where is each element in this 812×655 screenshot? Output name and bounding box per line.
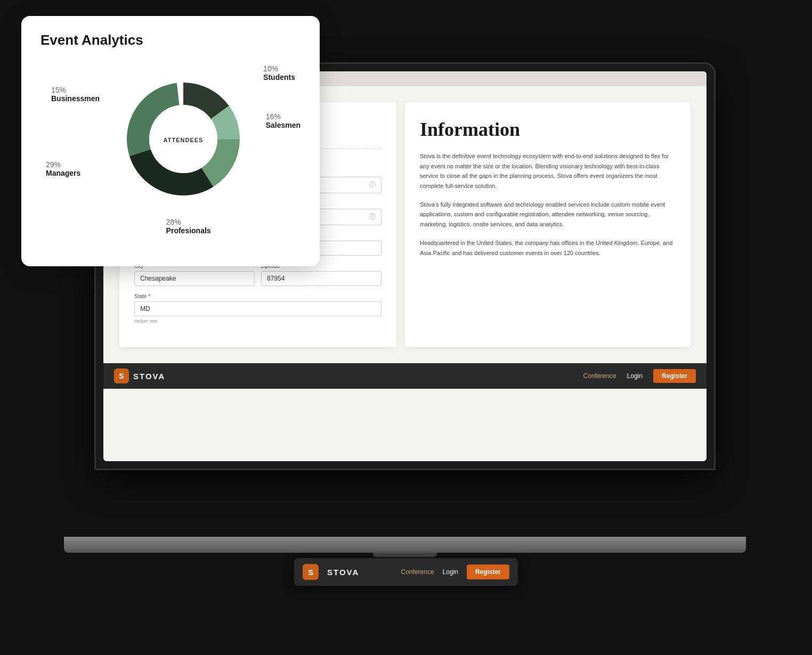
- navbar-conference-link[interactable]: Conference: [583, 372, 616, 380]
- info-paragraph-3: Headquartered in the United States, the …: [420, 238, 676, 258]
- stova-nav-logo-text: STOVA: [327, 568, 359, 577]
- info-title: Information: [420, 118, 676, 141]
- donut-chart: ATTENDEES: [119, 75, 247, 203]
- state-input[interactable]: MD: [134, 301, 381, 316]
- city-zip-row: City * Chesapeake Zipcode * 87954: [134, 263, 381, 293]
- analytics-card: Event Analytics ATTENDEES: [21, 16, 320, 266]
- navbar-login-link[interactable]: Login: [627, 372, 643, 380]
- stova-nav-login[interactable]: Login: [443, 568, 458, 576]
- screen-navbar: S STOVA Conference Login Register: [103, 363, 707, 389]
- info-paragraph-1: Stova is the definitive event technology…: [420, 151, 676, 191]
- city-group: City * Chesapeake: [134, 263, 255, 286]
- donut-center-label: ATTENDEES: [164, 137, 204, 143]
- stova-nav-logo-icon: S: [303, 564, 319, 580]
- legend-professionals: 28% Profesionals: [166, 218, 211, 235]
- laptop-base: [64, 537, 746, 553]
- name-info-icon[interactable]: ⓘ: [369, 181, 376, 190]
- analytics-title: Event Analytics: [40, 32, 301, 48]
- info-panel: Information Stova is the definitive even…: [405, 102, 691, 347]
- navbar-register-button[interactable]: Register: [653, 369, 696, 383]
- stova-nav-conference[interactable]: Conference: [401, 568, 434, 576]
- laptop-hinge: [373, 553, 437, 557]
- zipcode-group: Zipcode * 87954: [261, 263, 381, 286]
- state-group: State * MD Helper text: [134, 293, 381, 324]
- chart-area: ATTENDEES 15% Businessmen 10% Students 1…: [40, 64, 301, 245]
- legend-salesmen: 16% Salesmen: [266, 112, 301, 129]
- email-info-icon[interactable]: ⓘ: [369, 212, 376, 222]
- navbar-logo-text: STOVA: [133, 372, 165, 381]
- legend-businessmen: 15% Businessmen: [51, 86, 100, 103]
- stova-nav-register-button[interactable]: Register: [467, 564, 509, 579]
- helper-text: Helper text: [134, 318, 381, 324]
- stova-floating-nav: S STOVA Conference Login Register: [294, 558, 518, 586]
- legend-students: 10% Students: [263, 64, 295, 81]
- donut-svg: ATTENDEES: [119, 75, 247, 203]
- state-label: State *: [134, 293, 381, 299]
- navbar-logo: S STOVA: [114, 369, 165, 383]
- city-input[interactable]: Chesapeake: [134, 271, 255, 286]
- navbar-logo-icon: S: [114, 369, 129, 383]
- legend-managers: 29% Managers: [46, 160, 80, 177]
- zipcode-input[interactable]: 87954: [261, 271, 381, 286]
- info-paragraph-2: Stova's fully integrated software and te…: [420, 200, 676, 230]
